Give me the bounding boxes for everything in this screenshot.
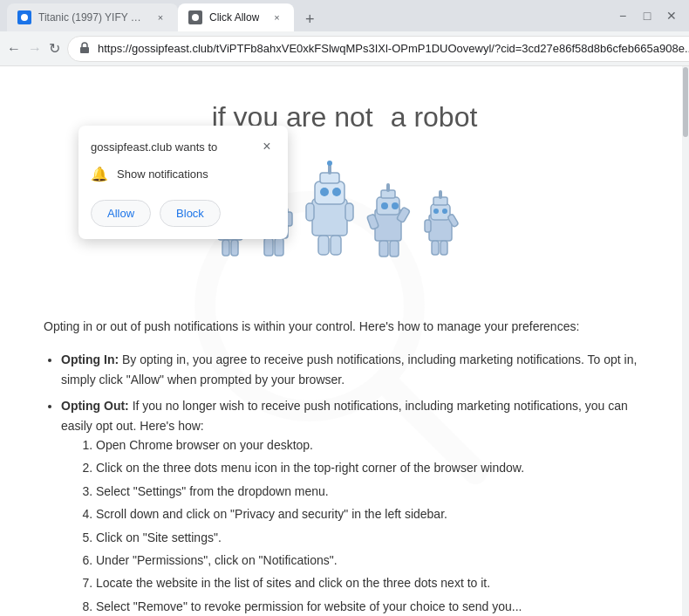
bullet-item-opting-out: Opting Out: If you no longer wish to rec…: [61, 396, 645, 616]
tab-click-allow-label: Click Allow: [209, 11, 259, 24]
bell-icon: 🔔: [91, 166, 108, 182]
step-8: Select "Remove" to revoke permission for…: [96, 597, 645, 616]
window-controls: − □ ✕: [612, 5, 682, 26]
tab-titanic-close[interactable]: ×: [153, 10, 167, 24]
svg-point-29: [320, 188, 329, 196]
svg-rect-13: [231, 240, 238, 256]
svg-rect-23: [264, 238, 273, 256]
svg-point-37: [327, 161, 332, 166]
svg-rect-24: [275, 238, 283, 256]
notification-label: Show notifications: [117, 168, 208, 181]
svg-point-30: [332, 188, 341, 196]
popup-title: gossipfeast.club wants to: [91, 140, 217, 154]
popup-actions: Allow Block: [78, 193, 288, 239]
tab-favicon-titanic: [17, 10, 31, 24]
opting-in-text: By opting in, you agree to receive push …: [61, 352, 637, 386]
svg-rect-47: [386, 183, 390, 192]
tab-titanic-label: Titanic (1997) YIFY - Download: [38, 11, 143, 24]
step-4: Scroll down and click on "Privacy and se…: [96, 504, 645, 524]
step-5: Click on "Site settings".: [96, 528, 645, 547]
step-3: Select "Settings" from the dropdown menu…: [96, 482, 645, 501]
svg-rect-32: [345, 203, 353, 221]
svg-rect-55: [440, 241, 447, 255]
svg-rect-34: [331, 236, 341, 255]
svg-point-51: [442, 209, 447, 214]
tab-titanic[interactable]: Titanic (1997) YIFY - Download ×: [7, 3, 178, 31]
minimize-button[interactable]: −: [612, 5, 633, 26]
svg-rect-57: [439, 190, 442, 199]
svg-point-40: [381, 202, 388, 209]
new-tab-button[interactable]: +: [297, 7, 322, 31]
forward-button[interactable]: →: [28, 37, 42, 61]
url-text: https://gossipfeast.club/tViPTFb8ahxVE0x…: [98, 42, 689, 55]
svg-rect-33: [318, 236, 329, 255]
svg-rect-2: [80, 47, 89, 53]
popup-header: gossipfeast.club wants to ×: [78, 126, 288, 162]
opting-out-title: Opting Out:: [61, 399, 129, 413]
tab-click-allow-close[interactable]: ×: [269, 10, 283, 24]
step-6: Under "Permissions", click on "Notificat…: [96, 551, 645, 570]
block-button[interactable]: Block: [160, 200, 221, 227]
svg-point-50: [433, 209, 439, 214]
back-button[interactable]: ←: [7, 37, 21, 61]
popup-notification-row: 🔔 Show notifications: [78, 162, 288, 193]
body-intro-text: Opting in or out of push notifications i…: [44, 317, 645, 336]
title-bar: Titanic (1997) YIFY - Download × Click A…: [0, 0, 689, 31]
svg-rect-12: [222, 240, 229, 256]
address-bar: ← → ↻ https://gossipfeast.club/tViPTFb8a…: [0, 31, 689, 66]
refresh-button[interactable]: ↻: [49, 37, 60, 61]
svg-point-1: [192, 14, 199, 21]
step-7: Locate the website in the list of sites …: [96, 573, 645, 592]
close-button[interactable]: ✕: [661, 5, 682, 26]
content-area: gossipfeast.club wants to × 🔔 Show notif…: [0, 66, 689, 616]
notification-popup: gossipfeast.club wants to × 🔔 Show notif…: [78, 126, 288, 239]
step-2: Click on the three dots menu icon in the…: [96, 458, 645, 477]
header-text-right: a robot: [391, 101, 478, 133]
bullet-item-opting-in: Opting In: By opting in, you agree to re…: [61, 350, 645, 389]
browser-window: Titanic (1997) YIFY - Download × Click A…: [0, 0, 689, 616]
allow-button[interactable]: Allow: [91, 200, 151, 227]
popup-close-button[interactable]: ×: [258, 138, 276, 155]
svg-rect-44: [379, 241, 388, 257]
tab-click-allow[interactable]: Click Allow ×: [178, 3, 294, 31]
step-1: Open Chrome browser on your desktop.: [96, 435, 645, 455]
tab-favicon-click-allow: [188, 10, 202, 24]
svg-rect-31: [306, 203, 314, 221]
tab-group: Titanic (1997) YIFY - Download × Click A…: [7, 0, 609, 31]
maximize-button[interactable]: □: [637, 5, 658, 26]
svg-rect-52: [425, 220, 431, 232]
svg-rect-45: [390, 241, 399, 257]
url-bar[interactable]: https://gossipfeast.club/tViPTFb8ahxVE0x…: [67, 36, 689, 62]
svg-point-41: [392, 202, 399, 209]
opting-in-title: Opting In:: [61, 352, 119, 366]
opting-out-text: If you no longer wish to receive push no…: [61, 399, 628, 432]
bullet-list: Opting In: By opting in, you agree to re…: [61, 350, 645, 616]
security-icon: [78, 42, 92, 56]
opting-out-steps: Open Chrome browser on your desktop. Cli…: [96, 435, 645, 616]
svg-point-0: [21, 14, 28, 21]
svg-rect-54: [432, 241, 439, 255]
